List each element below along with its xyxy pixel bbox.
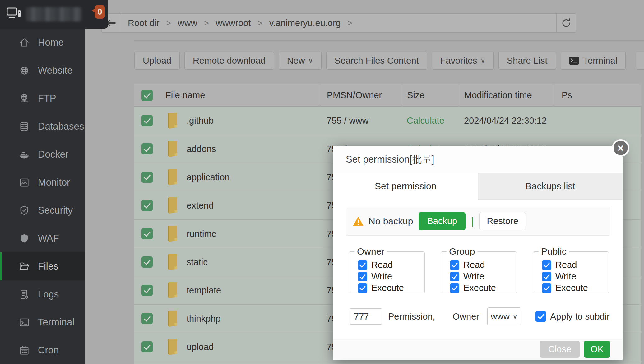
file-name-link[interactable]: template xyxy=(187,285,221,296)
select-all-checkbox[interactable] xyxy=(141,90,153,101)
group-execute-checkbox[interactable]: Execute xyxy=(446,282,517,294)
column-header-modification-time[interactable]: Modification time xyxy=(464,90,532,100)
owner-write-checkbox[interactable]: Write xyxy=(354,271,424,282)
table-header-row: File name PMSN/Owner Size Modification t… xyxy=(134,84,641,107)
apply-to-subdir-label: Apply to subdir xyxy=(550,311,610,322)
sidebar-item-databases[interactable]: Databases xyxy=(0,113,85,141)
share-list-button[interactable]: Share List xyxy=(498,52,556,70)
checkbox-checked-icon xyxy=(358,260,367,270)
file-name-link[interactable]: addons xyxy=(187,144,216,154)
breadcrumb-root-dir[interactable]: Root dir xyxy=(128,18,160,28)
group-read-checkbox[interactable]: Read xyxy=(446,259,517,271)
sidebar-item-label: FTP xyxy=(38,93,56,104)
close-button[interactable]: Close xyxy=(540,341,580,358)
file-name-link[interactable]: static xyxy=(187,257,208,267)
calendar-icon xyxy=(19,345,30,356)
dialog-body: No backup Backup | Restore Owner Read Wr… xyxy=(333,200,623,339)
refresh-button[interactable] xyxy=(556,14,576,32)
sidebar-item-label: Cron xyxy=(38,345,59,356)
owner-select[interactable]: www ∨ xyxy=(487,307,521,325)
modification-time-value: 2024/04/24 22:30:12 xyxy=(464,116,547,126)
owner-read-checkbox[interactable]: Read xyxy=(354,259,424,271)
sidebar-item-ftp[interactable]: FTP xyxy=(0,85,85,113)
breadcrumb-sep-icon: > xyxy=(258,18,262,28)
row-checkbox[interactable] xyxy=(141,143,153,154)
favorites-button[interactable]: Favorites∨ xyxy=(432,52,494,70)
message-count-badge[interactable]: 0 xyxy=(95,5,105,19)
breadcrumb-sep-icon: > xyxy=(204,18,209,28)
calculate-size-link[interactable]: Calculate xyxy=(407,116,444,126)
dialog-tabs: Set permission Backups list xyxy=(333,173,623,200)
tab-backups-list[interactable]: Backups list xyxy=(478,173,623,200)
dialog-close-icon[interactable]: × xyxy=(612,139,629,157)
chevron-down-icon: ∨ xyxy=(513,313,517,320)
monitor-chart-icon xyxy=(19,177,30,188)
row-checkbox[interactable] xyxy=(141,200,153,211)
log-gear-icon xyxy=(19,289,30,300)
sidebar-item-files[interactable]: Files xyxy=(0,252,85,280)
sidebar-item-docker[interactable]: Docker xyxy=(0,141,85,168)
search-files-content-button[interactable]: Search Files Content xyxy=(326,52,427,70)
backup-button[interactable]: Backup xyxy=(419,212,466,230)
folder-icon xyxy=(165,225,181,242)
row-checkbox[interactable] xyxy=(141,313,153,324)
owner-select-value: www xyxy=(491,311,510,321)
sidebar-item-security[interactable]: Security xyxy=(0,196,85,224)
owner-execute-checkbox[interactable]: Execute xyxy=(354,282,424,294)
breadcrumb-sep-icon: > xyxy=(166,18,171,28)
file-name-link[interactable]: .github xyxy=(187,116,214,126)
file-name-link[interactable]: runtime xyxy=(187,229,217,239)
docker-icon xyxy=(19,149,30,160)
root-dir-disk-button[interactable]: Root dir (176G) xyxy=(636,52,644,70)
breadcrumb-www[interactable]: www xyxy=(178,18,197,28)
row-checkbox[interactable] xyxy=(141,341,153,352)
file-name-link[interactable]: extend xyxy=(187,200,214,211)
upload-button[interactable]: Upload xyxy=(134,52,180,70)
column-header-pmsn-owner[interactable]: PMSN/Owner xyxy=(327,90,382,100)
checkbox-checked-icon xyxy=(358,272,367,281)
sidebar-item-logs[interactable]: Logs xyxy=(0,280,85,308)
file-name-link[interactable]: application xyxy=(187,172,230,182)
row-checkbox[interactable] xyxy=(141,115,153,126)
permission-controls: Permission, Owner www ∨ Apply to subdir xyxy=(350,307,610,325)
sidebar-item-label: Website xyxy=(38,65,72,76)
new-button[interactable]: New∨ xyxy=(279,52,322,70)
group-write-checkbox[interactable]: Write xyxy=(446,271,517,282)
file-name-link[interactable]: upload xyxy=(187,342,214,352)
file-name-link[interactable]: thinkphp xyxy=(187,314,221,324)
breadcrumb-site-dir[interactable]: v.animeryu.eu.org xyxy=(269,18,341,28)
public-read-checkbox[interactable]: Read xyxy=(538,259,609,271)
sidebar-item-terminal[interactable]: Terminal xyxy=(0,308,85,336)
sidebar-item-monitor[interactable]: Monitor xyxy=(0,168,85,196)
restore-button[interactable]: Restore xyxy=(479,212,526,230)
row-checkbox[interactable] xyxy=(141,256,153,268)
column-header-file-name[interactable]: File name xyxy=(165,90,205,100)
sidebar-item-waf[interactable]: WAF xyxy=(0,224,85,252)
breadcrumb-wwwroot[interactable]: wwwroot xyxy=(216,18,251,28)
checkbox-checked-icon xyxy=(450,283,459,293)
tab-set-permission[interactable]: Set permission xyxy=(333,173,478,200)
permission-groups: Owner Read Write Execute Group Read Writ… xyxy=(349,246,609,293)
row-checkbox[interactable] xyxy=(141,228,153,239)
warning-icon xyxy=(352,216,364,227)
sidebar-item-home[interactable]: Home xyxy=(0,29,85,57)
apply-to-subdir-checkbox[interactable] xyxy=(535,311,546,322)
server-name-redacted xyxy=(26,7,81,21)
row-checkbox[interactable] xyxy=(141,285,153,296)
breadcrumb-bar: Root dir > www > wwwroot > v.animeryu.eu… xyxy=(101,13,576,33)
column-header-ps[interactable]: Ps xyxy=(562,90,572,100)
folder-icon xyxy=(165,338,181,356)
column-header-size[interactable]: Size xyxy=(407,90,424,100)
public-write-checkbox[interactable]: Write xyxy=(538,271,609,282)
ok-button[interactable]: OK xyxy=(584,341,610,358)
row-checkbox[interactable] xyxy=(141,172,153,183)
folder-icon xyxy=(165,197,181,214)
permission-value-input[interactable] xyxy=(350,308,382,325)
checkbox-checked-icon xyxy=(450,260,459,270)
group-legend: Owner xyxy=(354,246,387,257)
remote-download-button[interactable]: Remote download xyxy=(184,52,274,70)
sidebar-item-cron[interactable]: Cron xyxy=(0,336,85,364)
public-execute-checkbox[interactable]: Execute xyxy=(538,282,609,294)
terminal-button[interactable]: Terminal xyxy=(561,52,626,70)
sidebar-item-website[interactable]: Website xyxy=(0,57,85,85)
